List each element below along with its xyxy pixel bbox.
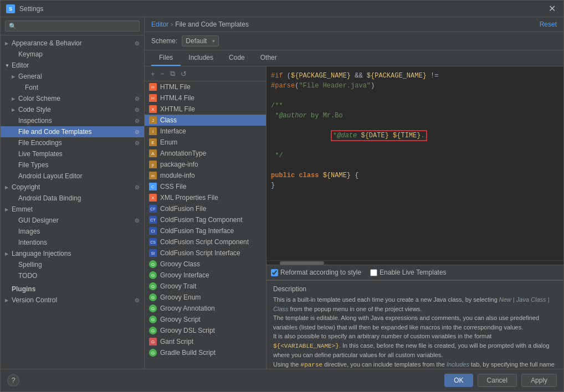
add-template-button[interactable]: + — [149, 69, 157, 79]
tab-code[interactable]: Code — [221, 50, 253, 66]
description-title: Description — [273, 285, 557, 293]
list-item[interactable]: H HTML4 File — [145, 92, 266, 104]
sidebar-item-live-templates[interactable]: Live Templates — [1, 148, 144, 159]
sidebar-item-font[interactable]: Font — [1, 82, 144, 93]
list-item[interactable]: SI ColdFusion Script Interface — [145, 247, 266, 259]
list-item[interactable]: G Gradle Build Script — [145, 347, 266, 358]
title-bar: S Settings ✕ — [1, 1, 563, 17]
sidebar-item-copyright[interactable]: ▶ Copyright ⚙ — [1, 182, 144, 193]
breadcrumb: Editor › File and Code Templates — [151, 20, 249, 28]
file-icon: G — [149, 338, 157, 345]
ok-button[interactable]: OK — [444, 374, 473, 387]
expand-arrow: ▶ — [5, 41, 9, 46]
breadcrumb-parent[interactable]: Editor — [151, 20, 168, 28]
scheme-select[interactable]: Default Project — [182, 35, 219, 47]
sidebar-label: File Types — [18, 161, 48, 169]
sidebar-item-file-types[interactable]: File Types — [1, 159, 144, 171]
copy-template-button[interactable]: ⧉ — [168, 69, 177, 79]
remove-template-button[interactable]: − — [159, 69, 167, 79]
sidebar-item-file-encodings[interactable]: File Encodings ⚙ — [1, 137, 144, 148]
cancel-button[interactable]: Cancel — [478, 374, 517, 387]
file-name: Groovy Script — [160, 316, 201, 323]
scrollbar-thumb[interactable] — [280, 261, 324, 265]
settings-gear-small: ⚙ — [135, 218, 140, 224]
expand-arrow: ▶ — [12, 96, 16, 101]
reformat-checkbox[interactable] — [271, 269, 278, 276]
sidebar-item-inspections[interactable]: Inspections ⚙ — [1, 115, 144, 126]
sidebar-item-code-style[interactable]: ▶ Code Style ⚙ — [1, 104, 144, 115]
list-item[interactable]: G Groovy Enum — [145, 292, 266, 303]
sidebar-item-todo[interactable]: TODO — [1, 270, 144, 281]
sidebar-item-intentions[interactable]: Intentions — [1, 237, 144, 248]
file-icon: CT — [149, 216, 157, 224]
list-item[interactable]: C CSS File — [145, 181, 266, 192]
tab-files[interactable]: Files — [151, 50, 181, 66]
sidebar-label: Spelling — [18, 261, 42, 269]
settings-gear-small: ⚙ — [135, 96, 140, 102]
sidebar-item-general[interactable]: ▶ General — [1, 71, 144, 82]
list-item[interactable]: G Groovy Interface — [145, 270, 266, 281]
tab-other[interactable]: Other — [253, 50, 285, 66]
sidebar-item-emmet[interactable]: ▶ Emmet — [1, 204, 144, 215]
list-item-class[interactable]: J Class — [145, 115, 266, 126]
list-item[interactable]: I Interface — [145, 126, 266, 137]
code-editor[interactable]: #if (${PACKAGE_NAME} && ${PACKAGE_NAME} … — [266, 66, 563, 260]
reset-template-button[interactable]: ↺ — [179, 69, 188, 79]
live-templates-checkbox-label[interactable]: Enable Live Templates — [370, 269, 447, 276]
sidebar-item-images[interactable]: Images — [1, 226, 144, 237]
sidebar-item-file-code-templates[interactable]: File and Code Templates ⚙ — [1, 126, 144, 137]
scheme-bar: Scheme: Default Project — [145, 32, 563, 50]
file-icon: G — [149, 316, 157, 323]
sidebar-item-version-control[interactable]: ▶ Version Control ⚙ — [1, 295, 144, 306]
file-icon: G — [149, 349, 157, 357]
settings-gear-small: ⚙ — [135, 184, 140, 190]
list-item[interactable]: CF ColdFusion File — [145, 203, 266, 214]
list-item[interactable]: CS ColdFusion Script Component — [145, 236, 266, 247]
tab-includes[interactable]: Includes — [181, 50, 221, 66]
list-item[interactable]: CI ColdFusion Tag Interface — [145, 225, 266, 236]
help-button[interactable]: ? — [7, 374, 19, 386]
horizontal-scrollbar[interactable] — [266, 260, 563, 265]
sidebar-item-gui-designer[interactable]: GUI Designer ⚙ — [1, 215, 144, 226]
code-line: *@author by Mr.Bo — [271, 111, 559, 121]
list-item[interactable]: G Gant Script — [145, 336, 266, 347]
search-input[interactable] — [5, 20, 140, 32]
file-icon: G — [149, 293, 157, 301]
list-item[interactable]: p package-info — [145, 159, 266, 170]
code-line: } — [271, 180, 559, 190]
sidebar-item-plugins[interactable]: Plugins — [1, 283, 144, 295]
expand-arrow: ▶ — [5, 251, 9, 256]
sidebar-item-color-scheme[interactable]: ▶ Color Scheme ⚙ — [1, 93, 144, 104]
list-item[interactable]: G Groovy Annotation — [145, 303, 266, 314]
list-item[interactable]: E Enum — [145, 137, 266, 148]
reformat-checkbox-label[interactable]: Reformat according to style — [271, 269, 361, 276]
file-name: Groovy Interface — [160, 271, 209, 279]
sidebar-item-spelling[interactable]: Spelling — [1, 259, 144, 270]
file-name: package-info — [160, 161, 198, 168]
list-item[interactable]: X XHTML File — [145, 104, 266, 115]
live-templates-checkbox[interactable] — [370, 269, 377, 276]
close-button[interactable]: ✕ — [546, 3, 558, 14]
sidebar-item-keymap[interactable]: Keymap — [1, 49, 144, 60]
expand-arrow: ▶ — [12, 74, 16, 79]
list-item[interactable]: H HTML File — [145, 81, 266, 92]
settings-dialog: S Settings ✕ ▶ Appearance & Behavior ⚙ K… — [0, 0, 564, 392]
list-item[interactable]: CT ColdFusion Tag Component — [145, 214, 266, 225]
code-line: #parse("File Header.java") — [271, 81, 559, 91]
file-icon: G — [149, 327, 157, 334]
sidebar-item-language-injections[interactable]: ▶ Language Injections — [1, 248, 144, 259]
sidebar-item-android-data-binding[interactable]: Android Data Binding — [1, 193, 144, 204]
file-name: HTML File — [160, 83, 191, 91]
reset-button[interactable]: Reset — [540, 20, 557, 28]
sidebar-item-appearance[interactable]: ▶ Appearance & Behavior ⚙ — [1, 38, 144, 49]
sidebar-item-android-layout[interactable]: Android Layout Editor — [1, 171, 144, 182]
list-item[interactable]: m module-info — [145, 170, 266, 181]
list-item[interactable]: X XML Properties File — [145, 192, 266, 203]
list-item[interactable]: G Groovy Trait — [145, 281, 266, 292]
sidebar-item-editor[interactable]: ▼ Editor — [1, 60, 144, 71]
list-item[interactable]: G Groovy Script — [145, 314, 266, 325]
list-item[interactable]: G Groovy DSL Script — [145, 325, 266, 336]
list-item[interactable]: A AnnotationType — [145, 148, 266, 159]
apply-button[interactable]: Apply — [521, 374, 557, 387]
list-item[interactable]: G Groovy Class — [145, 259, 266, 270]
